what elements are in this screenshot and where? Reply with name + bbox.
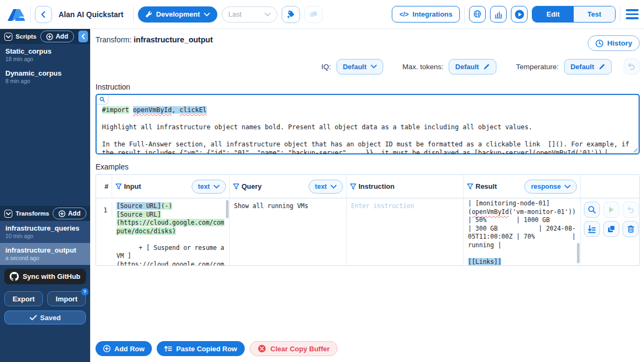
topbar-right-group: </> Integrations Edit T — [392, 6, 640, 23]
sidebar-item-infrastructure-queries[interactable]: infrastructure_queries 10 min ago — [0, 221, 90, 243]
result-cell[interactable]: | [monitoring-node-01] (openVmById('vm-m… — [464, 198, 581, 265]
sidebar: Scripts Add Static_corpus 18 min ago Dyn… — [0, 29, 90, 362]
result-type-dropdown[interactable]: response — [524, 180, 577, 194]
collapse-scripts-toggle[interactable] — [4, 33, 12, 41]
menu-button[interactable] — [625, 7, 640, 21]
undo-icon — [627, 63, 636, 70]
undo-icon — [627, 206, 635, 213]
alan-logo — [5, 6, 26, 23]
paste-row-icon — [164, 345, 172, 352]
import-button[interactable]: Import ? — [47, 291, 86, 306]
copy-version-button — [304, 6, 323, 23]
divider — [464, 6, 465, 23]
model-controls: IQ: Default Max. tokens: Default Tempera… — [96, 58, 640, 75]
add-script-button[interactable]: Add — [40, 31, 74, 42]
text-cursor — [606, 149, 606, 154]
code-icon: </> — [399, 11, 408, 18]
query-type-dropdown[interactable]: text — [309, 180, 343, 194]
history-clock-icon — [595, 39, 604, 48]
transforms-section-label: Transforms — [16, 210, 49, 217]
actions-column-header — [581, 175, 640, 198]
saved-button[interactable]: Saved — [4, 311, 86, 324]
sidebar-item-dynamic-corpus[interactable]: Dynamic_corpus 8 min ago — [0, 66, 90, 88]
chevron-down-icon — [565, 184, 570, 189]
top-bar: Alan AI Quickstart Development Last </> … — [0, 0, 644, 29]
analytics-button[interactable] — [490, 6, 507, 23]
scripts-section-header: Scripts Add — [0, 29, 90, 44]
transforms-section-header: Transforms Add — [0, 206, 90, 221]
scrollbar-thumb[interactable] — [577, 243, 580, 263]
instruction-editor[interactable]: #import openVmById, clickEl Highlight al… — [96, 94, 640, 154]
scripts-section-label: Scripts — [16, 33, 37, 40]
max-tokens-button[interactable]: Default — [449, 59, 496, 75]
trash-icon — [627, 225, 635, 233]
check-icon — [30, 315, 37, 321]
query-column-header: Query text — [230, 175, 347, 198]
row-actions — [581, 198, 640, 265]
divider — [133, 6, 134, 23]
filter-icon[interactable] — [350, 183, 356, 190]
insert-row-button[interactable] — [584, 221, 600, 237]
wrench-icon — [145, 11, 152, 18]
max-tokens-label: Max. tokens: — [402, 63, 444, 71]
tag-plus-icon — [286, 10, 296, 19]
history-button[interactable]: History — [588, 35, 640, 51]
input-type-dropdown[interactable]: text — [192, 180, 226, 194]
language-button[interactable] — [469, 6, 486, 23]
resize-handle[interactable] — [632, 147, 638, 152]
chevron-down-icon — [371, 64, 377, 69]
sidebar-spacer — [0, 88, 90, 206]
paste-copied-row-button[interactable]: Paste Copied Row — [157, 341, 244, 356]
sync-github-button[interactable]: Sync with GitHub — [4, 269, 86, 284]
delete-row-button[interactable] — [623, 221, 639, 237]
temperature-label: Temperature: — [516, 63, 559, 71]
instruction-label: Instruction — [96, 83, 640, 91]
chevron-down-icon — [331, 184, 336, 189]
export-import-row: Export Import ? — [4, 291, 86, 306]
run-button[interactable] — [511, 6, 528, 23]
sidebar-item-infrastructure-output[interactable]: infrastructure_output a second ago — [0, 243, 90, 265]
duplicate-row-button[interactable] — [603, 221, 619, 237]
environment-dropdown[interactable]: Development — [138, 6, 217, 23]
back-button[interactable] — [35, 6, 52, 23]
scrollbar-thumb[interactable] — [226, 200, 229, 218]
query-cell[interactable]: Show all running VMs — [230, 198, 347, 265]
revert-row-button — [623, 202, 639, 218]
main-panel: Transform: infrastructure_output History… — [90, 29, 644, 362]
chevron-left-icon — [81, 34, 85, 39]
collapse-transforms-toggle[interactable] — [4, 210, 12, 218]
transform-name: infrastructure_output — [134, 35, 213, 44]
insert-row-icon — [588, 225, 596, 233]
add-transform-button[interactable]: Add — [53, 208, 86, 219]
tab-edit[interactable]: Edit — [532, 6, 574, 22]
filter-icon[interactable] — [115, 183, 122, 190]
tab-test[interactable]: Test — [574, 6, 615, 22]
menu-icon — [626, 9, 639, 11]
sidebar-item-static-corpus[interactable]: Static_corpus 18 min ago — [0, 44, 90, 66]
chevron-down-icon — [6, 35, 11, 39]
editor-search-toggle[interactable] — [97, 95, 108, 105]
version-dropdown[interactable]: Last — [222, 6, 277, 23]
clear-copy-buffer-button[interactable]: Clear Copy Buffer — [250, 341, 338, 356]
instruction-column-header: Instruction — [347, 175, 464, 198]
add-tag-button[interactable] — [282, 6, 300, 23]
add-row-button[interactable]: Add Row — [96, 341, 152, 356]
export-button[interactable]: Export — [4, 291, 43, 306]
plus-circle-icon — [103, 345, 111, 352]
instruction-cell[interactable]: Enter instruction — [347, 198, 464, 265]
iq-dropdown[interactable]: Default — [336, 59, 383, 75]
collapse-sidebar-button[interactable] — [78, 31, 88, 42]
examples-table: # Input text Query text Instr — [96, 174, 640, 266]
filter-icon[interactable] — [233, 183, 239, 190]
chevron-down-icon — [214, 184, 219, 189]
inspect-row-button[interactable] — [584, 202, 600, 218]
chevron-left-icon — [40, 11, 47, 18]
integrations-button[interactable]: </> Integrations — [392, 6, 460, 23]
filter-icon[interactable] — [467, 183, 473, 190]
temperature-button[interactable]: Default — [564, 59, 612, 75]
result-column-header: Result response — [464, 175, 581, 198]
input-cell[interactable]: [Source URL](-) [Source URL] (https://cl… — [112, 198, 230, 265]
table-row: 1 [Source URL](-) [Source URL] (https://… — [96, 198, 639, 265]
table-actions-bar: Add Row Paste Copied Row Clear Copy Buff… — [96, 341, 338, 356]
help-badge[interactable]: ? — [81, 288, 89, 295]
